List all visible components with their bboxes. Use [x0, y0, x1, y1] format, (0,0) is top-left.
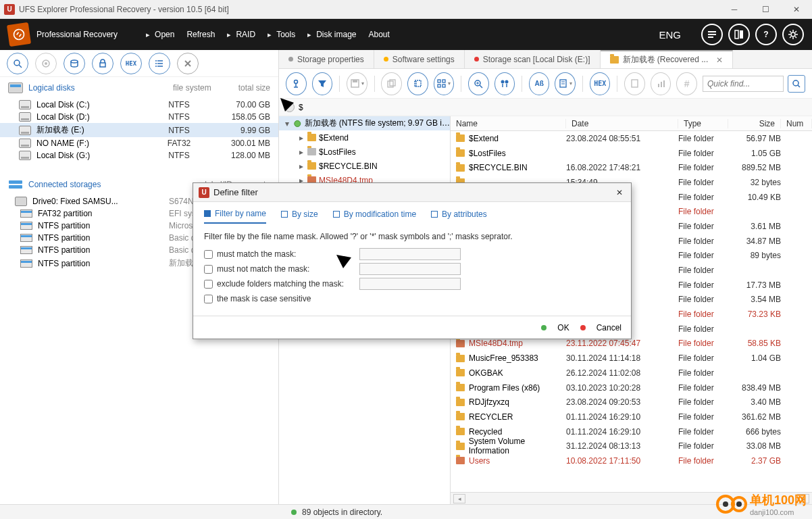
hdd-icon [19, 126, 31, 135]
toolbar-log-icon[interactable] [701, 24, 723, 45]
svg-rect-4 [735, 30, 738, 39]
app-icon: U [4, 4, 15, 15]
info-button[interactable]: ▾ [555, 72, 576, 95]
dialog-icon: U [199, 187, 209, 198]
scan-button[interactable] [7, 53, 28, 74]
folder-icon [456, 134, 465, 142]
disk-row[interactable]: NO NAME (F:)FAT32300.01 MB [0, 137, 278, 149]
selectall-button[interactable] [407, 72, 428, 95]
left-toolbar: HEX [0, 50, 278, 77]
menu-refresh[interactable]: Refresh [181, 26, 220, 43]
chk-must-not-match[interactable]: must not match the mask: [204, 263, 461, 275]
hash-button[interactable]: # [676, 72, 697, 95]
copy-button[interactable] [381, 72, 402, 95]
list-row[interactable]: Users10.08.2022 17:11:50File folder2.37 … [451, 453, 812, 468]
list-row[interactable]: RDJjfzyxzq23.08.2024 09:20:53File folder… [451, 395, 812, 410]
quick-find-input[interactable] [703, 76, 784, 92]
list-header[interactable]: Name Date Type Size Num [451, 116, 812, 131]
tab[interactable]: 新加载卷 (Recovered ...✕ [601, 50, 734, 68]
menu-open[interactable]: Open [141, 26, 180, 43]
tab-by-size[interactable]: By size [281, 209, 318, 224]
disk-row[interactable]: Local Disk (G:)NTFS128.00 MB [0, 149, 278, 162]
tab-close-icon[interactable]: ✕ [716, 55, 723, 65]
tab[interactable]: Software settings [374, 50, 465, 68]
refresh-tree-button[interactable] [286, 72, 307, 95]
close-button[interactable]: ✕ [781, 0, 812, 19]
report-button[interactable] [624, 72, 645, 95]
tree-item[interactable]: ▸$RECYCLE.BIN [279, 159, 450, 173]
open-button[interactable] [35, 53, 57, 74]
folder-icon [456, 164, 465, 172]
disk-row[interactable]: 新加载卷 (E:)NTFS9.99 GB [0, 123, 278, 137]
toolbar-help-icon[interactable]: ? [755, 24, 777, 45]
cancel-button[interactable]: Cancel [597, 323, 621, 332]
hex-button[interactable]: HEX [120, 53, 142, 74]
statusbar: 89 objects in directory. [0, 504, 812, 519]
list-row[interactable]: MusicFree_95338330.11.2024 11:14:18File … [451, 351, 812, 366]
image-button[interactable] [64, 53, 85, 74]
svg-rect-52 [661, 82, 662, 87]
save-button[interactable]: ▾ [347, 72, 367, 95]
dialog-description: Filter file by the file name mask. Allow… [204, 232, 620, 241]
svg-line-40 [480, 85, 482, 88]
connected-storages-label: Connected storages [28, 180, 101, 189]
disk-row[interactable]: Local Disk (C:)NTFS70.00 GB [0, 99, 278, 111]
lock-button[interactable] [92, 53, 113, 74]
folder-icon [610, 56, 619, 64]
folder-icon [456, 443, 465, 450]
hdd-icon [19, 151, 31, 160]
chk-case-sensitive[interactable]: the mask is case sensitive [204, 293, 461, 305]
svg-rect-29 [388, 81, 393, 87]
menu-about[interactable]: About [363, 26, 395, 43]
list-row[interactable]: OKGBAK26.12.2024 11:02:08File folder [451, 366, 812, 380]
status-dot-icon [291, 510, 297, 515]
list-row[interactable]: $LostFilesFile folder1.05 GB [451, 146, 812, 161]
ok-button[interactable]: OK [557, 323, 569, 332]
minimize-button[interactable]: ─ [719, 0, 750, 19]
list-row[interactable]: RECYCLER01.11.2024 16:29:10File folder36… [451, 410, 812, 424]
svg-rect-37 [438, 84, 440, 87]
tree-item[interactable]: ▸$LostFiles [279, 145, 450, 159]
toolbar-panel-icon[interactable] [728, 24, 750, 45]
breadcrumb: $ [279, 99, 812, 116]
storage-icon [8, 179, 23, 190]
folder-icon [456, 384, 465, 391]
list-button[interactable] [149, 53, 170, 74]
remove-button[interactable] [177, 53, 199, 74]
tab[interactable]: Storage scan [Local Disk (E:)] [465, 50, 601, 68]
hex-view-button[interactable]: HEX [590, 72, 611, 95]
language-selector[interactable]: ENG [645, 29, 694, 41]
svg-point-54 [793, 80, 798, 86]
tab-filter-by-name[interactable]: Filter by name [204, 209, 266, 224]
chk-must-match[interactable]: must match the mask: [204, 248, 461, 260]
preview-button[interactable] [468, 72, 489, 95]
arrow-annotation-2 [334, 251, 395, 292]
tab-by-modification[interactable]: By modification time [333, 209, 416, 224]
chk-exclude-folders[interactable]: exclude folders matching the mask: [204, 278, 461, 290]
svg-line-9 [19, 65, 22, 68]
disk-row[interactable]: Local Disk (D:)NTFS158.05 GB [0, 111, 278, 123]
list-row[interactable]: Program Files (x86)03.10.2023 10:20:28Fi… [451, 380, 812, 395]
folder-icon [456, 340, 465, 347]
chart-button[interactable] [651, 72, 671, 95]
tab-by-attributes[interactable]: By attributes [431, 209, 487, 224]
maximize-button[interactable]: ☐ [750, 0, 781, 19]
svg-marker-58 [336, 255, 351, 268]
tab[interactable]: Storage properties [279, 50, 374, 68]
list-row[interactable]: System Volume Information31.12.2024 08:1… [451, 439, 812, 453]
quick-find-button[interactable] [788, 75, 805, 93]
dialog-close-button[interactable]: ✕ [613, 187, 626, 199]
toolbar-settings-icon[interactable] [782, 24, 804, 45]
brand-text: Professional Recovery [36, 30, 118, 39]
list-row[interactable]: $RECYCLE.BIN16.08.2022 17:48:21File fold… [451, 160, 812, 175]
view-mode-button[interactable]: ▾ [434, 72, 455, 95]
partition-icon [20, 246, 32, 254]
list-row[interactable]: $Extend23.08.2024 08:55:51File folder56.… [451, 131, 812, 146]
rename-button[interactable]: Aß [529, 72, 550, 95]
find-button[interactable] [494, 72, 515, 95]
menu-raid[interactable]: RAID [222, 26, 261, 43]
svg-rect-53 [663, 80, 665, 87]
filter-button[interactable] [312, 72, 333, 95]
menu-diskimage[interactable]: Disk image [302, 26, 361, 43]
menu-tools[interactable]: Tools [262, 26, 301, 43]
